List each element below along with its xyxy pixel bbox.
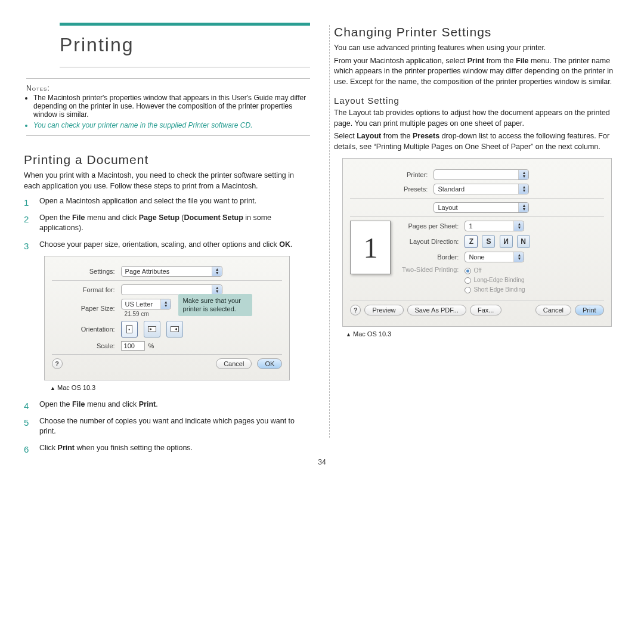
radio-long[interactable] [465,277,471,284]
orientation-portrait-button[interactable]: ▪ [121,321,138,338]
page-title: Printing [60,34,310,56]
step-item: Choose the number of copies you want and… [24,416,310,437]
direction-z-button[interactable]: Z [465,235,478,248]
note-item-italic: You can check your printer name in the s… [33,121,310,129]
pps-select[interactable]: 1 ▲▼ [465,221,524,231]
presets-select[interactable]: Standard ▲▼ [434,184,529,194]
settings-select[interactable]: Page Attributes ▲▼ [121,266,222,277]
printer-label: Printer: [350,171,434,178]
notes-label: Notes: [26,84,50,92]
paragraph: You can use advanced printing features w… [334,43,620,54]
help-button[interactable]: ? [350,305,361,315]
twosided-label: Two-Sided Printing: [399,266,465,273]
presets-value: Standard [438,185,465,193]
steps-list-b: Open the File menu and click Print. Choo… [24,400,310,453]
scale-pct: % [148,342,154,349]
screenshot-caption: ▲ Mac OS 10.3 [50,384,310,391]
pps-label: Pages per Sheet: [399,222,465,230]
page-setup-dialog: Settings: Page Attributes ▲▼ Format for:… [44,256,290,380]
two-short-label: Short Edge Binding [473,286,525,293]
print-button[interactable]: Print [575,305,604,315]
orientation-landscape-button[interactable]: ▸ [144,321,160,338]
screenshot-caption: ▲ Mac OS 10.3 [346,330,620,338]
direction-nr-button[interactable]: N [517,235,530,248]
direction-s-button[interactable]: S [482,235,495,248]
intro-paragraph: When you print with a Macintosh, you nee… [24,171,310,191]
landscape-rev-icon: ◂ [171,326,179,332]
s-icon: S [486,237,491,246]
dir-label: Layout Direction: [399,238,465,245]
preview-button[interactable]: Preview [364,305,403,315]
subheading-layout: Layout Setting [334,95,620,106]
panel-select[interactable]: Layout ▲▼ [434,202,529,213]
cancel-button[interactable]: Cancel [216,358,252,369]
layout-preview: 1 [350,221,391,274]
fax-button[interactable]: Fax... [470,305,502,315]
portrait-icon: ▪ [126,325,132,333]
z-icon: Z [469,237,473,246]
print-layout-dialog: Printer: ▲▼ Presets: Standard ▲▼ Layout … [342,158,611,327]
help-button[interactable]: ? [52,358,63,369]
papersize-value: US Letter [125,301,153,308]
steps-list-a: Open a Macintosh application and select … [24,196,310,250]
nr-icon: N [521,237,526,246]
step-item: Open the File menu and click Print. [24,400,310,410]
paragraph: Select Layout from the Presets drop-down… [334,131,620,152]
panel-value: Layout [438,204,457,211]
printer-select[interactable]: ▲▼ [434,169,529,180]
scale-input[interactable]: 100 [121,341,145,351]
border-value: None [469,253,484,261]
presets-label: Presets: [350,185,434,193]
papersize-dim: 21.59 cm [125,311,171,317]
ok-button[interactable]: OK [257,358,282,369]
step-item: Click Print when you finish setting the … [24,443,310,454]
border-select[interactable]: None ▲▼ [465,252,524,262]
save-as-pdf-button[interactable]: Save As PDF... [407,305,466,315]
radio-off[interactable] [465,268,471,274]
scale-label: Scale: [52,342,121,349]
column-divider [329,25,330,438]
radio-short[interactable] [465,287,471,293]
orientation-label: Orientation: [52,326,121,333]
step-item: Open a Macintosh application and select … [24,196,310,207]
paragraph: From your Macintosh application, select … [334,56,620,88]
orientation-landscape-rev-button[interactable]: ◂ [166,321,183,338]
formatfor-label: Format for: [52,286,121,293]
settings-label: Settings: [52,268,121,275]
page-number: 34 [0,458,644,466]
border-label: Border: [399,253,465,261]
papersize-label: Paper Size: [52,305,121,312]
direction-n-button[interactable]: И [500,235,513,248]
cancel-button[interactable]: Cancel [535,305,571,315]
callout-printer-selected: Make sure that your printer is selected. [178,294,252,316]
subheading-changing-settings: Changing Printer Settings [334,25,620,39]
paragraph: The Layout tab provides options to adjus… [334,108,620,129]
settings-value: Page Attributes [125,268,170,275]
n-icon: И [503,237,509,246]
papersize-select[interactable]: US Letter ▲▼ [121,299,171,309]
note-item: The Macintosh printer's properties windo… [33,94,310,119]
two-off-label: Off [473,267,481,274]
two-long-label: Long-Edge Binding [473,277,524,283]
step-item: Choose your paper size, orientation, sca… [24,240,310,250]
landscape-icon: ▸ [148,326,156,332]
subheading-printing-doc: Printing a Document [24,153,310,167]
step-item: Open the File menu and click Page Setup … [24,213,310,234]
pps-value: 1 [469,222,472,230]
